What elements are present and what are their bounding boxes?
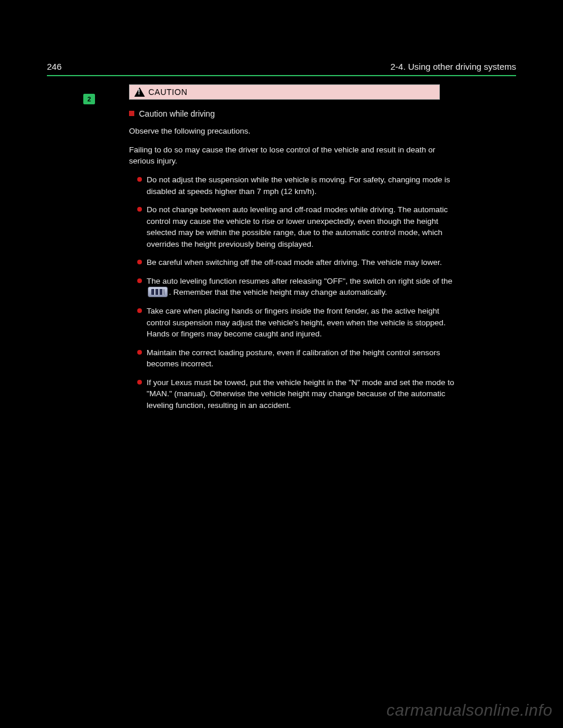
section-heading: Caution while driving — [129, 108, 457, 120]
section-square-icon — [129, 111, 134, 116]
list-item: Do not change between auto leveling and … — [137, 204, 457, 250]
section-tab: 2 — [83, 94, 95, 104]
list-item: Be careful when switching off the off-ro… — [137, 257, 457, 268]
list-item: The auto leveling function resumes after… — [137, 275, 457, 298]
height-switch-icon — [148, 287, 168, 297]
bullet-text: If your Lexus must be towed, put the veh… — [147, 378, 454, 410]
list-item: Take care when placing hands or fingers … — [137, 305, 457, 340]
caution-banner: CAUTION — [129, 84, 440, 100]
caution-bullet-list: Do not adjust the suspension while the v… — [137, 174, 457, 411]
bullet-text: Do not change between auto leveling and … — [147, 205, 448, 249]
page-header-title: 2-4. Using other driving systems — [391, 62, 516, 72]
bullet-text: Maintain the correct loading posture, ev… — [147, 348, 440, 369]
bullet-text: Do not adjust the suspension while the v… — [147, 175, 450, 196]
content-body: Caution while driving Observe the follow… — [129, 108, 457, 411]
watermark: carmanualsonline.info — [386, 701, 552, 720]
list-item: Maintain the correct loading posture, ev… — [137, 347, 457, 370]
section-lead-1: Observe the following precautions. — [129, 125, 457, 137]
bullet-text: Take care when placing hands or fingers … — [147, 307, 446, 338]
warning-triangle-icon — [134, 87, 145, 97]
list-item: Do not adjust the suspension while the v… — [137, 174, 457, 197]
caution-label: CAUTION — [148, 87, 188, 97]
page-number: 246 — [47, 62, 62, 72]
section-heading-text: Caution while driving — [139, 109, 215, 118]
list-item: If your Lexus must be towed, put the veh… — [137, 377, 457, 411]
bullet-text: Be careful when switching off the off-ro… — [147, 258, 442, 267]
section-lead-2: Failing to do so may cause the driver to… — [129, 144, 457, 167]
bullet-text-with-icon: The auto leveling function resumes after… — [147, 277, 452, 297]
